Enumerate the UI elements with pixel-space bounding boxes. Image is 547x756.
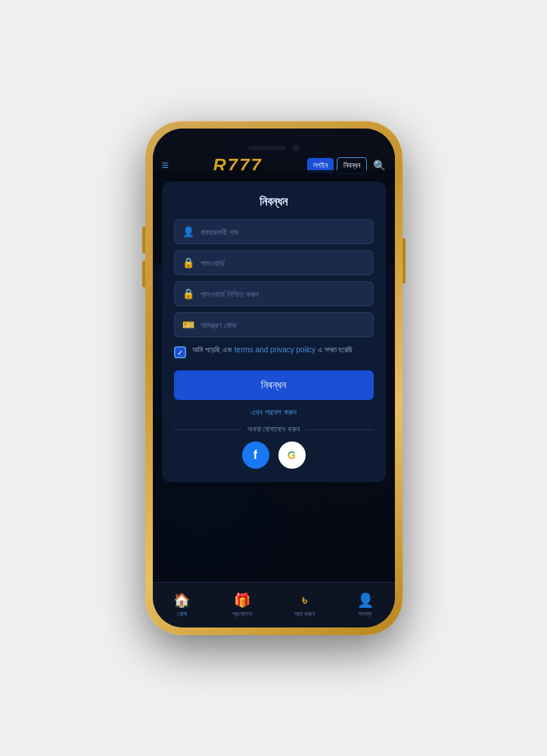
speaker <box>248 146 286 150</box>
social-divider: অথবা যোগাযোগ করুন <box>174 425 374 434</box>
terms-checkbox[interactable]: ✓ <box>174 346 186 358</box>
phone-frame: ≡ R777 লগইন নিবন্ধন 🔍 নিবন্ধন <box>145 121 402 635</box>
phone-screen: ≡ R777 লগইন নিবন্ধন 🔍 নিবন্ধন <box>153 129 395 627</box>
modal-title: নিবন্ধন <box>174 195 374 209</box>
divider-line-left <box>174 429 241 430</box>
register-modal: নিবন্ধন 👤 🔒 🔒 <box>162 181 386 482</box>
phone-volume-down <box>142 261 145 287</box>
invite-code-input-group: 🎫 <box>174 312 374 337</box>
password-input-group: 🔒 <box>174 250 374 275</box>
confirm-password-input-group: 🔒 <box>174 281 374 306</box>
camera <box>292 144 300 152</box>
screen-content: ≡ R777 লগইন নিবন্ধন 🔍 নিবন্ধন <box>153 129 395 627</box>
nav-earn[interactable]: ৳ আয় করুন <box>294 593 315 618</box>
phone-notch <box>228 138 319 159</box>
lock-icon-confirm: 🔒 <box>182 288 194 299</box>
google-icon: G <box>287 449 296 461</box>
divider-label: অথবা যোগাযোগ করুন <box>247 425 300 434</box>
gift-icon: 🎁 <box>234 592 250 609</box>
lock-icon-password: 🔒 <box>182 257 194 268</box>
terms-text: আমি পড়েছি এবং terms and privacy policy … <box>192 345 353 355</box>
nav-promotion-label: প্রমোশন <box>232 610 252 618</box>
username-input[interactable] <box>200 228 365 237</box>
confirm-password-input[interactable] <box>200 290 365 299</box>
home-icon: 🏠 <box>173 592 190 609</box>
terms-checkbox-area: ✓ আমি পড়েছি এবং terms and privacy polic… <box>174 345 374 358</box>
phone-power-btn <box>402 238 406 284</box>
modal-overlay: নিবন্ধন 👤 🔒 🔒 <box>153 170 395 582</box>
password-input[interactable] <box>200 259 365 268</box>
register-submit-button[interactable]: নিবন্ধন <box>174 370 374 400</box>
nav-earn-label: আয় করুন <box>294 610 315 618</box>
nav-promotion[interactable]: 🎁 প্রমোশন <box>232 592 252 618</box>
nav-home-label: হোম <box>177 610 187 618</box>
username-input-group: 👤 <box>174 219 374 244</box>
divider-line-right <box>306 429 373 430</box>
bottom-navigation: 🏠 হোম 🎁 প্রমোশন ৳ আয় করুন 👤 সদস্য <box>153 582 395 627</box>
check-icon: ✓ <box>177 349 183 357</box>
terms-link[interactable]: terms and privacy policy <box>235 345 315 354</box>
nav-member-label: সদস্য <box>359 610 371 618</box>
invite-code-input[interactable] <box>200 321 365 330</box>
user-icon: 👤 <box>182 226 194 237</box>
google-login-button[interactable]: G <box>278 442 306 469</box>
invite-icon: 🎫 <box>182 319 194 330</box>
facebook-login-button[interactable]: f <box>242 442 269 469</box>
earn-icon: ৳ <box>302 593 307 609</box>
nav-member[interactable]: 👤 সদস্য <box>357 592 374 618</box>
phone-volume-up <box>142 227 145 253</box>
nav-home[interactable]: 🏠 হোম <box>173 592 190 618</box>
member-icon: 👤 <box>357 592 374 609</box>
login-link[interactable]: এখন প্রবেশ করুন <box>174 407 374 417</box>
social-buttons: f G <box>174 442 374 469</box>
